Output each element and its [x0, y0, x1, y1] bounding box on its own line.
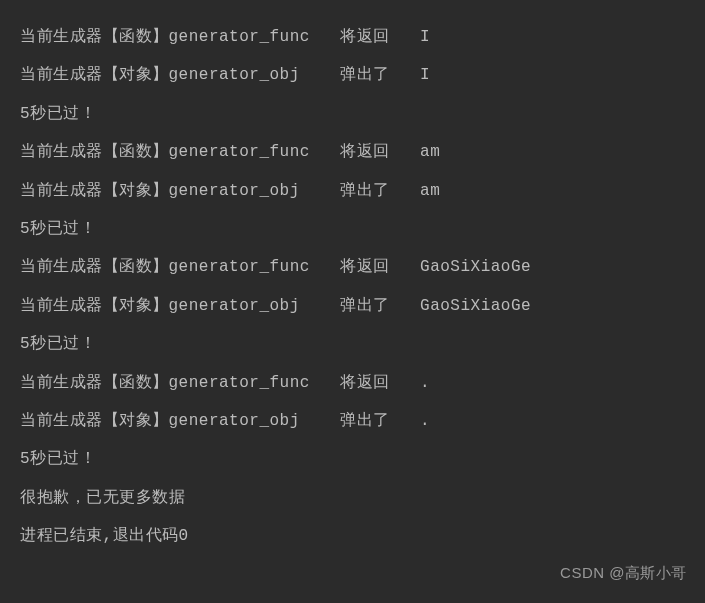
output-line: 5秒已过！	[20, 440, 685, 478]
output-line: 进程已结束,退出代码0	[20, 517, 685, 555]
output-line: 当前生成器【函数】generator_func 将返回 .	[20, 364, 685, 402]
output-line: 当前生成器【对象】generator_obj 弹出了 GaoSiXiaoGe	[20, 287, 685, 325]
watermark: CSDN @高斯小哥	[560, 555, 687, 591]
output-line: 当前生成器【函数】generator_func 将返回 GaoSiXiaoGe	[20, 248, 685, 286]
output-line: 5秒已过！	[20, 210, 685, 248]
output-line: 很抱歉，已无更多数据	[20, 479, 685, 517]
output-line: 5秒已过！	[20, 95, 685, 133]
output-line: 当前生成器【函数】generator_func 将返回 am	[20, 133, 685, 171]
output-line: 当前生成器【对象】generator_obj 弹出了 .	[20, 402, 685, 440]
output-line: 当前生成器【对象】generator_obj 弹出了 I	[20, 56, 685, 94]
console-output: 当前生成器【函数】generator_func 将返回 I 当前生成器【对象】g…	[20, 18, 685, 555]
output-line: 5秒已过！	[20, 325, 685, 363]
output-line: 当前生成器【对象】generator_obj 弹出了 am	[20, 172, 685, 210]
output-line: 当前生成器【函数】generator_func 将返回 I	[20, 18, 685, 56]
